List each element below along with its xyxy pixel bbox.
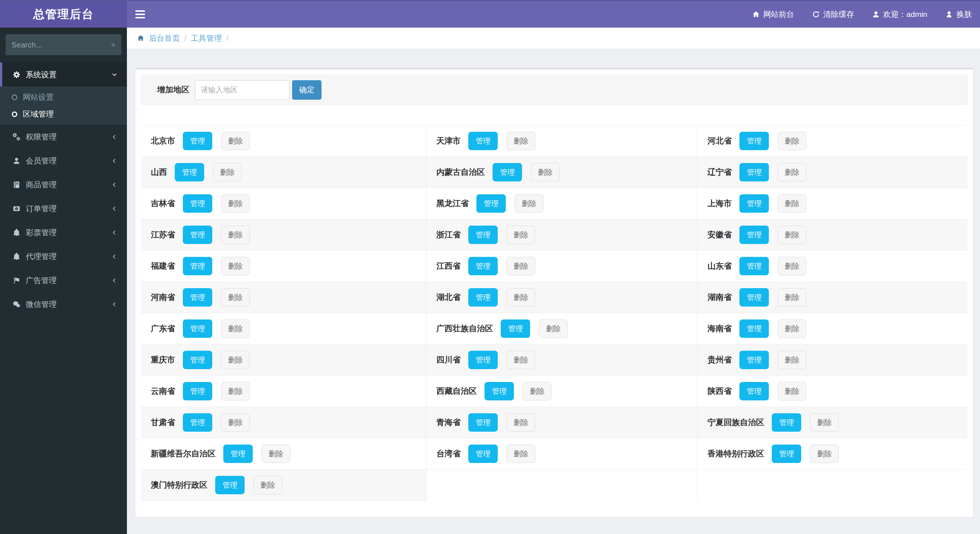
sidebar-item-system-settings[interactable]: 系统设置 (0, 62, 127, 86)
manage-button[interactable]: 管理 (772, 413, 801, 432)
delete-button[interactable]: 删除 (213, 163, 242, 182)
delete-button[interactable]: 删除 (507, 132, 535, 150)
delete-button[interactable]: 删除 (515, 194, 543, 213)
manage-button[interactable]: 管理 (183, 257, 212, 275)
delete-button[interactable]: 删除 (507, 445, 535, 463)
region-cell: 河北省管理删除 (697, 126, 967, 157)
sidebar-item-member-management[interactable]: 会员管理 (0, 149, 127, 172)
delete-button[interactable]: 删除 (221, 226, 250, 244)
delete-button[interactable]: 删除 (262, 445, 290, 463)
delete-button[interactable]: 删除 (221, 257, 250, 275)
delete-button[interactable]: 删除 (778, 257, 807, 275)
manage-button[interactable]: 管理 (223, 445, 253, 463)
region-cell: 甘肃省管理删除 (141, 407, 426, 438)
delete-button[interactable]: 删除 (221, 382, 250, 400)
delete-button[interactable]: 删除 (539, 319, 568, 338)
delete-button[interactable]: 删除 (221, 194, 250, 213)
manage-button[interactable]: 管理 (740, 319, 769, 338)
delete-button[interactable]: 删除 (507, 257, 535, 275)
delete-button[interactable]: 删除 (778, 319, 807, 338)
delete-button[interactable]: 删除 (778, 288, 807, 306)
manage-button[interactable]: 管理 (740, 257, 769, 275)
site-front-link[interactable]: 网站前台 (752, 9, 794, 19)
region-name: 浙江省 (436, 229, 461, 240)
manage-button[interactable]: 管理 (183, 288, 212, 306)
delete-button[interactable]: 删除 (531, 163, 560, 182)
manage-button[interactable]: 管理 (183, 319, 212, 338)
delete-button[interactable]: 删除 (778, 226, 807, 244)
sidebar-item-site-settings[interactable]: 网站设置 (0, 89, 127, 106)
delete-button[interactable]: 删除 (221, 319, 250, 338)
sidebar-item-ad-management[interactable]: 广告管理 (0, 268, 127, 292)
delete-button[interactable]: 删除 (221, 288, 250, 306)
manage-button[interactable]: 管理 (215, 476, 245, 494)
breadcrumb-separator: / (226, 34, 228, 43)
manage-button[interactable]: 管理 (468, 257, 498, 275)
manage-button[interactable]: 管理 (740, 194, 769, 213)
manage-button[interactable]: 管理 (740, 226, 769, 244)
region-cell: 黑龙江省管理删除 (426, 188, 697, 219)
welcome-admin[interactable]: 欢迎：admin (872, 9, 928, 19)
sidebar-item-lottery-management[interactable]: 彩票管理 (0, 220, 127, 244)
breadcrumb-home-link[interactable]: 后台首页 (149, 33, 180, 43)
delete-button[interactable]: 删除 (221, 413, 250, 432)
region-cell: 海南省管理删除 (697, 313, 967, 344)
manage-button[interactable]: 管理 (740, 163, 769, 182)
delete-button[interactable]: 删除 (507, 288, 535, 306)
delete-button[interactable]: 删除 (810, 413, 839, 432)
manage-button[interactable]: 管理 (468, 351, 498, 369)
manage-button[interactable]: 管理 (468, 226, 498, 244)
search-input[interactable] (11, 40, 111, 49)
manage-button[interactable]: 管理 (740, 132, 769, 150)
manage-button[interactable]: 管理 (468, 413, 498, 432)
region-name: 山东省 (707, 261, 732, 272)
sidebar-item-region-management[interactable]: 区域管理 (0, 106, 127, 123)
delete-button[interactable]: 删除 (778, 382, 807, 400)
manage-button[interactable]: 管理 (468, 132, 498, 150)
manage-button[interactable]: 管理 (772, 445, 801, 463)
confirm-button[interactable]: 确定 (292, 80, 321, 100)
sidebar-item-wechat-management[interactable]: 微信管理 (0, 292, 127, 316)
region-name: 广东省 (151, 323, 175, 334)
sidebar-item-product-management[interactable]: 商品管理 (0, 172, 127, 196)
clear-cache-link[interactable]: 清除缓存 (812, 9, 854, 19)
manage-button[interactable]: 管理 (484, 382, 514, 400)
manage-button[interactable]: 管理 (175, 163, 204, 182)
manage-button[interactable]: 管理 (476, 194, 506, 213)
delete-button[interactable]: 删除 (778, 351, 807, 369)
delete-button[interactable]: 删除 (778, 194, 807, 213)
sidebar-item-order-management[interactable]: 订单管理 (0, 196, 127, 220)
delete-button[interactable]: 删除 (221, 351, 250, 369)
sidebar-item-agent-management[interactable]: 代理管理 (0, 244, 127, 268)
breadcrumb-section-link[interactable]: 工具管理 (191, 33, 222, 43)
manage-button[interactable]: 管理 (183, 226, 212, 244)
sidebar-item-label: 广告管理 (26, 275, 57, 285)
delete-button[interactable]: 删除 (507, 413, 535, 432)
delete-button[interactable]: 删除 (221, 132, 250, 150)
manage-button[interactable]: 管理 (740, 382, 769, 400)
region-input[interactable] (195, 80, 290, 100)
manage-button[interactable]: 管理 (183, 132, 212, 150)
sidebar-item-permission-management[interactable]: 权限管理 (0, 125, 127, 149)
manage-button[interactable]: 管理 (183, 413, 212, 432)
delete-button[interactable]: 删除 (778, 132, 807, 150)
manage-button[interactable]: 管理 (740, 351, 769, 369)
manage-button[interactable]: 管理 (183, 351, 212, 369)
search-icon[interactable] (111, 41, 116, 49)
manage-button[interactable]: 管理 (183, 382, 212, 400)
delete-button[interactable]: 删除 (523, 382, 551, 400)
delete-button[interactable]: 删除 (810, 445, 839, 463)
manage-button[interactable]: 管理 (183, 194, 212, 213)
delete-button[interactable]: 删除 (507, 351, 535, 369)
delete-button[interactable]: 删除 (253, 476, 282, 494)
manage-button[interactable]: 管理 (740, 288, 769, 306)
manage-button[interactable]: 管理 (468, 288, 498, 306)
chevron-down-icon (111, 72, 117, 78)
change-skin-link[interactable]: 换肤 (945, 9, 972, 19)
delete-button[interactable]: 删除 (778, 163, 807, 182)
sidebar-toggle-button[interactable] (129, 1, 151, 28)
manage-button[interactable]: 管理 (493, 163, 522, 182)
delete-button[interactable]: 删除 (507, 226, 535, 244)
manage-button[interactable]: 管理 (468, 445, 498, 463)
manage-button[interactable]: 管理 (501, 319, 530, 338)
